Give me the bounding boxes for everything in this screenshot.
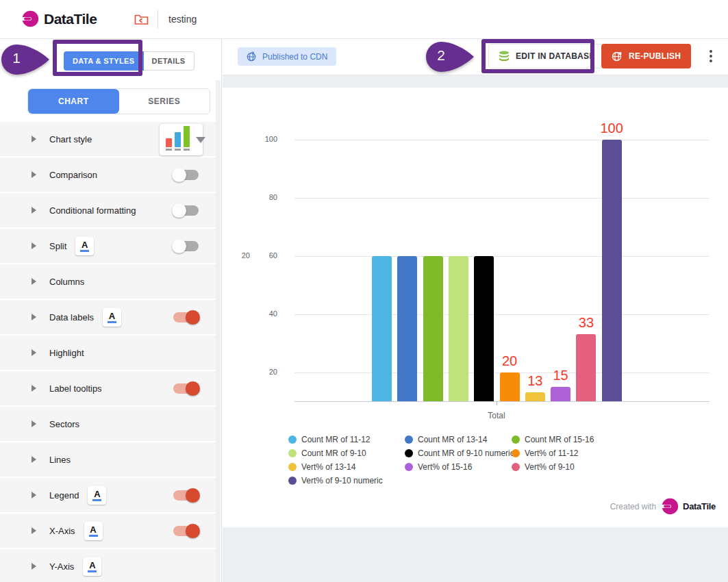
legend-item[interactable]: Count MR of 13-14	[405, 435, 512, 444]
expand-caret-icon[interactable]	[32, 527, 36, 534]
expand-caret-icon[interactable]	[32, 207, 36, 214]
gridline	[294, 198, 710, 199]
font-style-icon[interactable]: A	[103, 308, 121, 327]
expand-caret-icon[interactable]	[32, 563, 36, 570]
re-publish-label: RE-PUBLISH	[629, 51, 681, 61]
font-style-icon[interactable]: A	[83, 557, 101, 576]
expand-caret-icon[interactable]	[32, 242, 36, 249]
bar-count-mr-of-15-16[interactable]	[423, 256, 443, 401]
bar-count-mr-of-13-14[interactable]	[397, 256, 417, 401]
bar-count-mr-of-11-12[interactable]	[372, 256, 392, 401]
legend-item[interactable]: Count MR of 9-10	[288, 448, 405, 458]
accordion-row-conditional-formatting[interactable]: Conditional formatting	[0, 193, 216, 229]
legend-label: Count MR of 9-10	[301, 448, 366, 458]
bar-vert-of-13-14[interactable]	[525, 392, 545, 401]
tab-data-styles[interactable]: DATA & STYLES	[64, 51, 144, 71]
brand-name: DataTile	[44, 11, 97, 27]
legend-item[interactable]: Vert% of 9-10	[512, 462, 594, 472]
legend-marker-icon	[512, 463, 520, 471]
accordion-row-highlight[interactable]: Highlight	[0, 336, 216, 371]
accordion-row-lines[interactable]: Lines	[0, 442, 216, 478]
published-to-cdn-badge: Published to CDN	[238, 47, 336, 66]
font-style-icon[interactable]: A	[84, 522, 103, 540]
toggle-on[interactable]	[173, 312, 199, 322]
legend-label: Count MR of 15-16	[525, 435, 594, 444]
toggle-off[interactable]	[173, 241, 199, 251]
expand-caret-icon[interactable]	[32, 278, 36, 285]
data-label: 20	[502, 353, 517, 369]
breadcrumb[interactable]: testing	[168, 14, 197, 25]
app-logo[interactable]: DataTile	[21, 10, 97, 28]
expand-caret-icon[interactable]	[32, 456, 36, 463]
plot-area: 100806040202020131533100Total	[294, 88, 710, 401]
bar-vert-of-9-10[interactable]	[576, 334, 596, 401]
expand-caret-icon[interactable]	[32, 314, 36, 320]
accordion-row-legend[interactable]: LegendA	[0, 478, 216, 514]
bar-vert-of-9-10-numeric[interactable]	[602, 140, 622, 401]
font-style-icon[interactable]: A	[75, 237, 94, 255]
bar-count-mr-of-9-10[interactable]	[449, 256, 468, 401]
toggle-on[interactable]	[173, 383, 199, 394]
tab-details[interactable]: DETAILS	[144, 51, 194, 71]
accordion-row-sectors[interactable]: Sectors	[0, 407, 216, 442]
toggle-on[interactable]	[173, 490, 199, 501]
chart-style-picker[interactable]	[160, 124, 203, 155]
secondary-y-axis-tick-label: 20	[227, 251, 250, 260]
re-publish-button[interactable]: RE-PUBLISH	[601, 44, 691, 68]
globe-republish-icon	[612, 51, 623, 62]
legend-item[interactable]: Count MR of 9-10 numeric	[405, 448, 512, 458]
expand-caret-icon[interactable]	[32, 385, 36, 392]
legend-item[interactable]: Vert% of 11-12	[512, 448, 594, 458]
accordion-row-columns[interactable]: Columns	[0, 264, 216, 300]
folder-back-icon[interactable]	[134, 13, 149, 25]
legend-item[interactable]: Vert% of 13-14	[288, 462, 405, 472]
data-label: 33	[579, 315, 594, 331]
legend-marker-icon	[288, 477, 297, 485]
gridline	[294, 256, 710, 257]
legend-item[interactable]: Count MR of 11-12	[288, 435, 405, 444]
app-header: DataTile testing	[0, 0, 728, 39]
legend-marker-icon	[288, 463, 297, 471]
accordion-row-chart-style[interactable]: Chart style	[0, 122, 216, 157]
expand-caret-icon[interactable]	[32, 136, 36, 142]
font-style-icon[interactable]: A	[88, 486, 106, 505]
tab-series[interactable]: SERIES	[119, 89, 210, 114]
legend-marker-icon	[288, 449, 297, 457]
sidebar-scrollbar[interactable]	[216, 80, 221, 582]
more-options-kebab-menu[interactable]	[700, 45, 722, 67]
chart-toolbar: Published to CDN EDIT IN DATABASE RE-PUB…	[223, 39, 728, 75]
accordion-row-label: Split	[49, 241, 66, 251]
legend-marker-icon	[288, 435, 297, 444]
expand-caret-icon[interactable]	[32, 492, 36, 498]
data-label: 13	[527, 373, 542, 389]
toggle-on[interactable]	[173, 526, 199, 536]
accordion-row-x-axis[interactable]: X-AxisA	[0, 514, 216, 549]
chart-card: 100806040202020131533100Total Count MR o…	[223, 88, 728, 527]
expand-caret-icon[interactable]	[32, 349, 36, 356]
edit-in-database-label: EDIT IN DATABASE	[516, 51, 595, 61]
tab-chart[interactable]: CHART	[28, 89, 119, 114]
created-with-attribution[interactable]: Created with DataTile	[610, 497, 716, 516]
accordion-row-label: Lines	[49, 455, 71, 465]
legend-item[interactable]: Vert% of 9-10 numeric	[288, 476, 405, 485]
bar-vert-of-15-16[interactable]	[551, 387, 570, 401]
published-badge-label: Published to CDN	[262, 52, 327, 62]
bar-count-mr-of-9-10-numeric[interactable]	[474, 256, 494, 401]
accordion-row-label: Chart style	[49, 134, 92, 144]
expand-caret-icon[interactable]	[32, 420, 36, 427]
bar-vert-of-11-12[interactable]	[500, 372, 520, 401]
accordion-row-comparison[interactable]: Comparison	[0, 157, 216, 193]
accordion-row-data-labels[interactable]: Data labelsA	[0, 300, 216, 336]
x-axis-tick	[497, 402, 497, 405]
toggle-off[interactable]	[173, 205, 199, 216]
toggle-off[interactable]	[173, 170, 199, 180]
legend-item[interactable]: Count MR of 15-16	[512, 435, 594, 444]
legend-item[interactable]: Vert% of 15-16	[405, 462, 512, 472]
edit-in-database-button[interactable]: EDIT IN DATABASE	[488, 44, 605, 68]
accordion-row-split[interactable]: SplitA	[0, 229, 216, 264]
accordion-row-label-tooltips[interactable]: Label tooltips	[0, 371, 216, 407]
accordion-row-y-axis[interactable]: Y-AxisA	[0, 549, 216, 582]
legend-label: Count MR of 11-12	[301, 435, 371, 444]
accordion-row-label: Data labels	[49, 312, 94, 322]
expand-caret-icon[interactable]	[32, 171, 36, 178]
